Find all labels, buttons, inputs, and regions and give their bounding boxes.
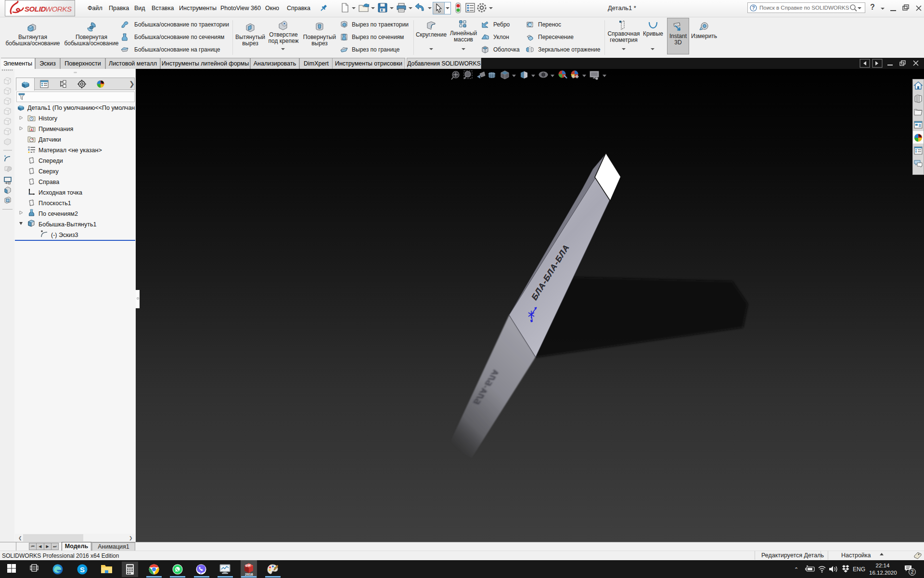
svg-text:A: A (30, 128, 33, 132)
svg-text:WORKS: WORKS (45, 5, 72, 13)
svg-text:S: S (80, 565, 85, 574)
svg-text:2016: 2016 (245, 572, 253, 576)
svg-text:SW: SW (245, 564, 251, 567)
svg-text:?: ? (752, 5, 755, 11)
svg-text:SOLID: SOLID (25, 5, 46, 13)
svg-text:3D: 3D (528, 23, 533, 26)
